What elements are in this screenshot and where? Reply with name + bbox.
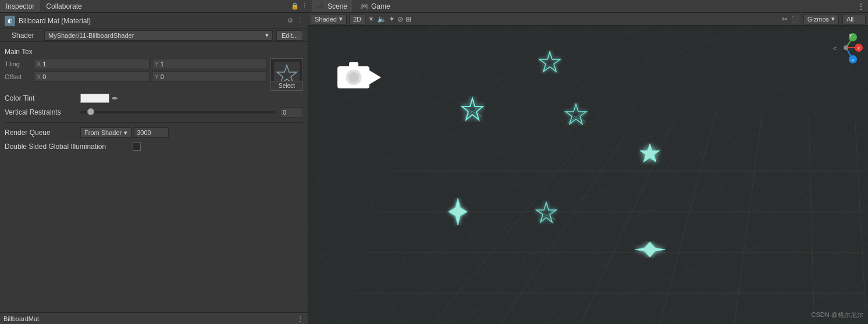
main-tex-label: Main Tex [5, 48, 303, 56]
render-queue-row: Render Queue From Shader ▾ 3000 [5, 126, 303, 139]
tiling-xy-group: X 1 Y 1 [34, 59, 267, 69]
svg-marker-18 [369, 70, 381, 84]
tiling-row: Tiling X 1 Y 1 [5, 58, 267, 70]
hidden-layers-icon[interactable]: ⊘ [397, 15, 403, 23]
vertical-value[interactable]: 0 [280, 107, 303, 118]
chevron-down-rq-icon: ▾ [124, 129, 127, 137]
shaded-label: Shaded [315, 16, 337, 23]
tiling-x-input[interactable]: X 1 [34, 59, 150, 69]
svg-point-42 [844, 45, 848, 50]
svg-marker-28 [536, 202, 556, 222]
settings-icon[interactable]: ⚙ [287, 17, 293, 24]
render-queue-dropdown[interactable]: From Shader ▾ [80, 127, 131, 138]
offset-x-input[interactable]: X 0 [34, 72, 150, 82]
offset-y-value: 0 [161, 73, 164, 80]
scene-viewport: y x z < CSDN @格尔尼尔 [308, 26, 868, 324]
tiling-y-value: 1 [161, 60, 164, 67]
offset-row: Offset X 0 Y 0 [5, 71, 267, 83]
render-queue-value-text: 3000 [137, 129, 151, 136]
divider [5, 122, 303, 123]
collaborate-tab[interactable]: Collaborate [40, 0, 87, 12]
gizmos-dropdown[interactable]: Gizmos ▾ [803, 14, 839, 24]
grid-icon[interactable]: ⊞ [405, 15, 411, 23]
offset-x-prefix: X [37, 73, 41, 80]
color-swatch[interactable] [80, 94, 109, 103]
slider-thumb[interactable] [87, 108, 94, 115]
game-tab[interactable]: 🎮 Game [355, 0, 395, 12]
star-4 [637, 142, 663, 168]
2d-button[interactable]: 2D [349, 14, 365, 24]
star-5 [445, 197, 471, 226]
tiling-x-prefix: X [37, 60, 41, 67]
svg-text:<: < [833, 45, 837, 52]
2d-label: 2D [353, 16, 361, 23]
top-bar: Inspector Collaborate 🔒 ⋮ ⬛ Scene 🎮 Game… [0, 0, 868, 13]
slider-track[interactable] [80, 111, 275, 113]
more-dots-material[interactable]: ⋮ [297, 17, 303, 24]
scene-controls-left: Shaded ▾ 2D ☀ 🔈 ✦ ⊘ ⊞ [311, 14, 411, 24]
layers-icon[interactable]: ⬛ [791, 15, 800, 23]
shaded-dropdown[interactable]: Shaded ▾ [311, 14, 347, 24]
tiling-label: Tiling [5, 60, 34, 67]
more-dots-inspector[interactable]: ⋮ [301, 2, 308, 10]
inspector-tab[interactable]: Inspector [0, 0, 40, 12]
tiling-y-input[interactable]: Y 1 [152, 59, 268, 69]
collaborate-tab-label: Collaborate [46, 2, 81, 10]
bottom-bar: BillboardMat ⋮ [0, 312, 308, 324]
scene-panel: Shaded ▾ 2D ☀ 🔈 ✦ ⊘ ⊞ ✂ ⬛ Gizmos ▾ [308, 13, 868, 324]
svg-marker-26 [640, 144, 660, 162]
material-title: Billboard Mat (Material) [19, 17, 284, 25]
audio-icon[interactable]: 🔈 [377, 15, 386, 23]
svg-text:y: y [849, 32, 852, 37]
game-icon: 🎮 [360, 2, 369, 10]
shader-row: Shader MyShader/11-BillboardShader ▾ Edi… [0, 29, 308, 42]
tools-icon[interactable]: ✂ [782, 15, 788, 23]
tex-row: Tiling X 1 Y 1 O [5, 58, 303, 91]
offset-label: Offset [5, 73, 34, 80]
eyedropper-button[interactable]: ✒ [112, 93, 122, 104]
csdn-watermark: CSDN @格尔尼尔 [812, 311, 863, 319]
sphere-icon: ◐ [8, 17, 13, 24]
star-1 [535, 49, 564, 78]
vertical-value-text: 0 [283, 109, 286, 116]
camera-object [332, 58, 384, 97]
vertical-restraints-row: Vertical Restraints 0 [5, 106, 303, 119]
inspector-tab-label: Inspector [6, 2, 34, 10]
render-queue-value-field[interactable]: 3000 [134, 127, 169, 138]
offset-y-input[interactable]: Y 0 [152, 72, 268, 82]
svg-text:z: z [852, 57, 854, 62]
all-dropdown[interactable]: All [842, 14, 866, 24]
star-2 [457, 95, 489, 127]
more-dots-scene[interactable]: ⋮ [858, 2, 865, 10]
star-3 [561, 101, 590, 130]
color-tint-row: Color Tint ✒ [5, 92, 303, 105]
lighting-icon[interactable]: ☀ [368, 15, 375, 23]
scene-tab-label: Scene [328, 2, 347, 10]
scene-tab[interactable]: ⬛ Scene [312, 0, 352, 12]
render-queue-label: Render Queue [5, 129, 80, 137]
double-sided-checkbox[interactable] [133, 143, 141, 151]
gizmos-right: ✂ ⬛ Gizmos ▾ All [782, 14, 866, 24]
gizmo-axes: y x z < [828, 30, 863, 65]
render-queue-option: From Shader [84, 129, 122, 136]
offset-x-value: 0 [42, 73, 46, 80]
offset-xy-group: X 0 Y 0 [34, 72, 267, 82]
bottom-more-icon[interactable]: ⋮ [296, 314, 304, 323]
shader-label: Shader [12, 31, 41, 40]
svg-point-16 [348, 72, 359, 83]
shader-dropdown[interactable]: MyShader/11-BillboardShader ▾ [44, 30, 273, 41]
lock-icon: 🔒 [291, 2, 299, 10]
select-button[interactable]: Select [271, 81, 303, 90]
vfx-icon[interactable]: ✦ [389, 15, 395, 23]
gizmos-label: Gizmos [807, 16, 829, 23]
svg-rect-17 [349, 62, 358, 67]
scene-tab-group: ⬛ Scene 🎮 Game ⋮ [308, 0, 868, 12]
offset-y-prefix: Y [155, 73, 159, 80]
edit-button[interactable]: Edit... [276, 30, 303, 41]
main-layout: ◐ Billboard Mat (Material) ⚙ ⋮ Shader My… [0, 13, 868, 324]
svg-line-30 [539, 210, 554, 220]
edit-label: Edit... [282, 32, 298, 39]
shader-value: MyShader/11-BillboardShader [48, 32, 134, 39]
svg-marker-20 [462, 98, 483, 120]
texture-preview[interactable]: Select [271, 58, 303, 91]
